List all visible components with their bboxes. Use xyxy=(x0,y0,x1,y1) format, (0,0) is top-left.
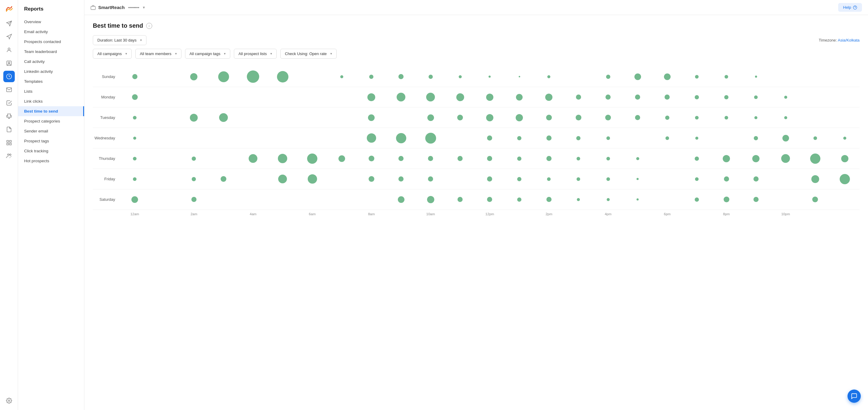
nav-tasks-icon[interactable] xyxy=(3,97,15,109)
team-members-select[interactable]: All team members ▾ xyxy=(135,49,181,59)
sidebar-item-prospect-categories[interactable]: Prospect categories xyxy=(18,116,84,126)
svg-point-1 xyxy=(8,48,10,50)
filter-row-top: Duration: Last 30 days ▾ Timezone: Asia/… xyxy=(93,35,860,45)
sidebar-item-prospects-contacted[interactable]: Prospects contacted xyxy=(18,37,84,47)
dot-cell-sunday-5 xyxy=(268,67,298,87)
svg-point-3 xyxy=(8,62,10,64)
duration-chevron-icon: ▾ xyxy=(140,38,142,42)
sidebar-item-call-activity[interactable]: Call activity xyxy=(18,57,84,67)
sidebar-item-templates[interactable]: Templates xyxy=(18,76,84,87)
sidebar-item-hot-prospects[interactable]: Hot prospects xyxy=(18,156,84,166)
check-using-chevron-icon: ▾ xyxy=(330,52,332,56)
dot-cell-sunday-9 xyxy=(386,67,415,87)
nav-docs-icon[interactable] xyxy=(3,124,15,135)
dot-cell-thursday-16 xyxy=(593,148,623,169)
x-label-8: 8am xyxy=(356,210,386,216)
campaign-tags-select[interactable]: All campaign tags ▾ xyxy=(185,49,230,59)
dot-cell-thursday-2 xyxy=(179,148,209,169)
dot-cell-tuesday-24 xyxy=(830,107,860,128)
dot-cell-tuesday-22 xyxy=(771,107,801,128)
nav-grid-icon[interactable] xyxy=(3,137,15,148)
prospect-lists-select[interactable]: All prospect lists ▾ xyxy=(234,49,277,59)
x-label-12: 12pm xyxy=(475,210,504,216)
dot-cell-sunday-20 xyxy=(712,67,741,87)
sidebar-item-team-leaderboard[interactable]: Team leaderboard xyxy=(18,47,84,57)
sidebar-title: Reports xyxy=(18,6,84,17)
sidebar-item-link-clicks[interactable]: Link clicks xyxy=(18,96,84,106)
campaigns-chevron-icon: ▾ xyxy=(125,52,127,56)
dot-cell-saturday-13 xyxy=(504,189,534,210)
nav-prospects-icon[interactable] xyxy=(3,44,15,56)
dot-cell-monday-2 xyxy=(179,87,209,107)
dot-cell-wednesday-16 xyxy=(593,128,623,148)
dot-cell-monday-18 xyxy=(652,87,682,107)
duration-select[interactable]: Duration: Last 30 days ▾ xyxy=(93,35,147,45)
sidebar-item-sender-email[interactable]: Sender email xyxy=(18,126,84,136)
svg-rect-14 xyxy=(91,6,96,10)
sidebar-item-best-time-to-send[interactable]: Best time to send xyxy=(18,106,84,116)
x-label-23 xyxy=(801,210,830,216)
dot-cell-sunday-1 xyxy=(150,67,179,87)
dot-cell-wednesday-13 xyxy=(504,128,534,148)
dot-cell-friday-8 xyxy=(356,169,386,189)
sidebar-item-prospect-tags[interactable]: Prospect tags xyxy=(18,136,84,146)
x-label-3 xyxy=(209,210,238,216)
sidebar-item-overview[interactable]: Overview xyxy=(18,17,84,27)
dot-cell-friday-16 xyxy=(593,169,623,189)
dot-cell-friday-0 xyxy=(120,169,150,189)
dot-cell-friday-20 xyxy=(712,169,741,189)
dot-cell-sunday-19 xyxy=(682,67,712,87)
dot-cell-thursday-6 xyxy=(298,148,327,169)
x-label-19 xyxy=(682,210,712,216)
sidebar-item-email-activity[interactable]: Email activity xyxy=(18,27,84,37)
nav-reports-icon[interactable] xyxy=(3,71,15,82)
dot-cell-tuesday-7 xyxy=(327,107,356,128)
dot-cell-tuesday-20 xyxy=(712,107,741,128)
dot-cell-saturday-17 xyxy=(623,189,652,210)
sidebar-item-click-tracking[interactable]: Click tracking xyxy=(18,146,84,156)
sidebar-item-linkedin-activity[interactable]: Linkedin activity xyxy=(18,67,84,76)
dot-cell-thursday-20 xyxy=(712,148,741,169)
dot-cell-thursday-3 xyxy=(209,148,238,169)
help-button[interactable]: Help xyxy=(838,3,862,12)
x-label-6: 6am xyxy=(298,210,327,216)
nav-broadcast-icon[interactable] xyxy=(3,31,15,42)
x-label-24 xyxy=(830,210,860,216)
dot-cell-thursday-10 xyxy=(416,148,445,169)
chart-grid: SundayMondayTuesdayWednesdayThursdayFrid… xyxy=(93,67,860,216)
dot-cell-thursday-23 xyxy=(801,148,830,169)
dot-cell-wednesday-12 xyxy=(475,128,504,148)
nav-campaigns-icon[interactable] xyxy=(3,18,15,29)
dot-cell-monday-3 xyxy=(209,87,238,107)
brand-chevron-icon[interactable]: ▾ xyxy=(143,5,145,10)
dot-cell-wednesday-19 xyxy=(682,128,712,148)
nav-inbox-icon[interactable] xyxy=(3,84,15,95)
briefcase-icon xyxy=(90,5,96,10)
dot-cell-wednesday-17 xyxy=(623,128,652,148)
dot-cell-friday-2 xyxy=(179,169,209,189)
dot-cell-wednesday-14 xyxy=(534,128,564,148)
dot-cell-wednesday-21 xyxy=(741,128,771,148)
x-label-10: 10am xyxy=(416,210,445,216)
timezone-link[interactable]: Asia/Kolkata xyxy=(838,38,860,42)
check-using-select[interactable]: Check Using: Open rate ▾ xyxy=(280,49,337,59)
nav-team-icon[interactable] xyxy=(3,150,15,162)
info-icon[interactable]: i xyxy=(146,23,152,29)
campaigns-select[interactable]: All campaigns ▾ xyxy=(93,49,132,59)
nav-contacts-icon[interactable] xyxy=(3,58,15,69)
dot-cell-saturday-5 xyxy=(268,189,298,210)
sidebar-item-lists[interactable]: Lists xyxy=(18,87,84,96)
day-label-thursday: Thursday xyxy=(93,148,120,169)
chat-bubble[interactable] xyxy=(847,389,861,403)
nav-trophy-icon[interactable] xyxy=(3,110,15,122)
dot-cell-friday-5 xyxy=(268,169,298,189)
dot-cell-saturday-20 xyxy=(712,189,741,210)
app-logo[interactable] xyxy=(3,4,15,16)
dot-cell-sunday-14 xyxy=(534,67,564,87)
nav-settings-icon[interactable] xyxy=(3,395,15,406)
day-label-tuesday: Tuesday xyxy=(93,107,120,128)
brand-name: SmartReach xyxy=(98,5,125,10)
team-members-chevron-icon: ▾ xyxy=(175,52,177,56)
x-label-14: 2pm xyxy=(534,210,564,216)
dot-cell-tuesday-23 xyxy=(801,107,830,128)
